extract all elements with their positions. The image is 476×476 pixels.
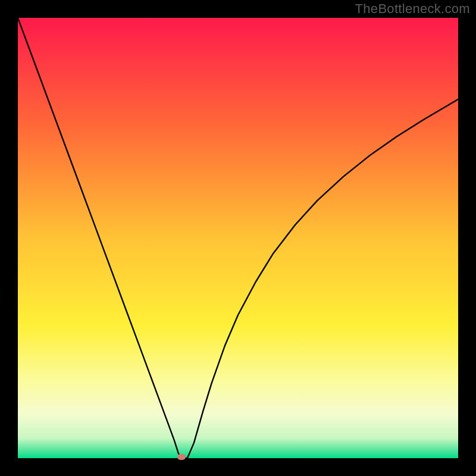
- watermark-text: TheBottleneck.com: [355, 1, 470, 17]
- optimum-marker: [177, 454, 186, 460]
- gradient-background: [18, 18, 458, 458]
- chart-frame: TheBottleneck.com: [0, 0, 476, 476]
- chart-svg: [18, 18, 458, 458]
- plot-area: [18, 18, 458, 458]
